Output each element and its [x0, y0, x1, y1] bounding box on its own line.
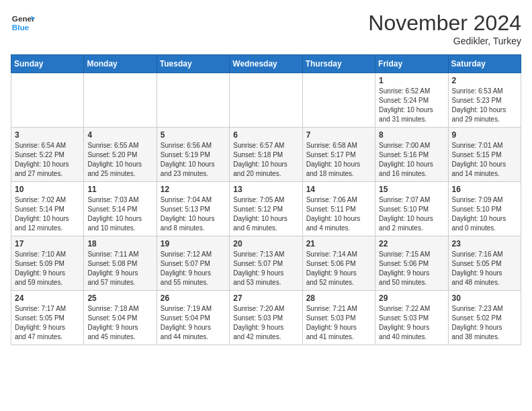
day-info: Sunrise: 7:06 AM Sunset: 5:11 PM Dayligh… — [306, 195, 371, 233]
day-number: 27 — [233, 293, 298, 303]
calendar-cell: 2Sunrise: 6:53 AM Sunset: 5:23 PM Daylig… — [448, 73, 521, 128]
day-number: 13 — [233, 185, 298, 194]
calendar-cell: 22Sunrise: 7:15 AM Sunset: 5:06 PM Dayli… — [375, 236, 448, 291]
day-info: Sunrise: 6:57 AM Sunset: 5:18 PM Dayligh… — [233, 141, 298, 179]
calendar-cell: 26Sunrise: 7:19 AM Sunset: 5:04 PM Dayli… — [157, 291, 229, 345]
logo-icon: General Blue — [11, 11, 35, 35]
calendar-cell: 1Sunrise: 6:52 AM Sunset: 5:24 PM Daylig… — [375, 73, 448, 128]
calendar-cell — [230, 73, 302, 128]
day-number: 3 — [15, 130, 80, 140]
day-info: Sunrise: 6:54 AM Sunset: 5:22 PM Dayligh… — [15, 141, 80, 179]
calendar-cell: 13Sunrise: 7:05 AM Sunset: 5:12 PM Dayli… — [230, 182, 302, 236]
calendar-cell: 18Sunrise: 7:11 AM Sunset: 5:08 PM Dayli… — [84, 236, 157, 291]
weekday-header-thursday: Thursday — [302, 55, 375, 73]
day-number: 20 — [233, 239, 298, 248]
day-number: 15 — [379, 185, 444, 194]
day-info: Sunrise: 7:15 AM Sunset: 5:06 PM Dayligh… — [379, 250, 444, 287]
week-row-5: 24Sunrise: 7:17 AM Sunset: 5:05 PM Dayli… — [11, 291, 521, 345]
day-number: 28 — [306, 293, 371, 303]
calendar-cell: 19Sunrise: 7:12 AM Sunset: 5:07 PM Dayli… — [157, 236, 229, 291]
calendar-cell: 8Sunrise: 7:00 AM Sunset: 5:16 PM Daylig… — [375, 128, 448, 182]
weekday-header-sunday: Sunday — [11, 55, 84, 73]
day-info: Sunrise: 7:22 AM Sunset: 5:03 PM Dayligh… — [379, 304, 444, 342]
day-number: 14 — [306, 185, 371, 194]
day-number: 30 — [452, 293, 517, 303]
weekday-header-row: SundayMondayTuesdayWednesdayThursdayFrid… — [11, 55, 521, 73]
day-number: 19 — [161, 239, 226, 248]
day-number: 10 — [15, 185, 80, 194]
week-row-2: 3Sunrise: 6:54 AM Sunset: 5:22 PM Daylig… — [11, 128, 521, 182]
calendar-cell: 14Sunrise: 7:06 AM Sunset: 5:11 PM Dayli… — [302, 182, 375, 236]
day-number: 12 — [161, 185, 226, 194]
day-info: Sunrise: 7:00 AM Sunset: 5:16 PM Dayligh… — [379, 141, 444, 179]
day-info: Sunrise: 7:11 AM Sunset: 5:08 PM Dayligh… — [87, 250, 152, 287]
day-info: Sunrise: 7:20 AM Sunset: 5:03 PM Dayligh… — [233, 304, 298, 342]
calendar-cell: 6Sunrise: 6:57 AM Sunset: 5:18 PM Daylig… — [230, 128, 302, 182]
day-number: 16 — [452, 185, 517, 194]
day-number: 26 — [161, 293, 226, 303]
day-info: Sunrise: 7:16 AM Sunset: 5:05 PM Dayligh… — [452, 250, 517, 287]
day-info: Sunrise: 7:04 AM Sunset: 5:13 PM Dayligh… — [161, 195, 226, 233]
day-number: 17 — [15, 239, 80, 248]
calendar-cell: 7Sunrise: 6:58 AM Sunset: 5:17 PM Daylig… — [302, 128, 375, 182]
calendar-cell: 23Sunrise: 7:16 AM Sunset: 5:05 PM Dayli… — [448, 236, 521, 291]
day-info: Sunrise: 6:55 AM Sunset: 5:20 PM Dayligh… — [87, 141, 152, 179]
day-number: 7 — [306, 130, 371, 140]
week-row-1: 1Sunrise: 6:52 AM Sunset: 5:24 PM Daylig… — [11, 73, 521, 128]
day-info: Sunrise: 7:14 AM Sunset: 5:06 PM Dayligh… — [306, 250, 371, 287]
day-number: 5 — [161, 130, 226, 140]
day-info: Sunrise: 6:53 AM Sunset: 5:23 PM Dayligh… — [452, 87, 517, 124]
calendar-cell: 21Sunrise: 7:14 AM Sunset: 5:06 PM Dayli… — [302, 236, 375, 291]
calendar-cell: 17Sunrise: 7:10 AM Sunset: 5:09 PM Dayli… — [11, 236, 84, 291]
weekday-header-monday: Monday — [84, 55, 157, 73]
location: Gedikler, Turkey — [368, 36, 521, 46]
calendar-cell: 12Sunrise: 7:04 AM Sunset: 5:13 PM Dayli… — [157, 182, 229, 236]
weekday-header-wednesday: Wednesday — [230, 55, 302, 73]
day-info: Sunrise: 7:18 AM Sunset: 5:04 PM Dayligh… — [87, 304, 152, 342]
day-info: Sunrise: 7:19 AM Sunset: 5:04 PM Dayligh… — [161, 304, 226, 342]
calendar-cell: 25Sunrise: 7:18 AM Sunset: 5:04 PM Dayli… — [84, 291, 157, 345]
week-row-4: 17Sunrise: 7:10 AM Sunset: 5:09 PM Dayli… — [11, 236, 521, 291]
day-number: 22 — [379, 239, 444, 248]
day-info: Sunrise: 7:02 AM Sunset: 5:14 PM Dayligh… — [15, 195, 80, 233]
svg-text:Blue: Blue — [12, 23, 30, 32]
calendar-cell: 4Sunrise: 6:55 AM Sunset: 5:20 PM Daylig… — [84, 128, 157, 182]
day-number: 8 — [379, 130, 444, 140]
month-title: November 2024 — [368, 11, 521, 36]
day-info: Sunrise: 6:56 AM Sunset: 5:19 PM Dayligh… — [161, 141, 226, 179]
day-number: 6 — [233, 130, 298, 140]
day-number: 25 — [87, 293, 152, 303]
title-block: November 2024 Gedikler, Turkey — [368, 11, 521, 46]
day-info: Sunrise: 7:13 AM Sunset: 5:07 PM Dayligh… — [233, 250, 298, 287]
weekday-header-friday: Friday — [375, 55, 448, 73]
day-number: 2 — [452, 76, 517, 85]
calendar: SundayMondayTuesdayWednesdayThursdayFrid… — [11, 54, 521, 345]
day-info: Sunrise: 7:10 AM Sunset: 5:09 PM Dayligh… — [15, 250, 80, 287]
calendar-cell: 24Sunrise: 7:17 AM Sunset: 5:05 PM Dayli… — [11, 291, 84, 345]
calendar-cell: 3Sunrise: 6:54 AM Sunset: 5:22 PM Daylig… — [11, 128, 84, 182]
calendar-cell: 11Sunrise: 7:03 AM Sunset: 5:14 PM Dayli… — [84, 182, 157, 236]
day-number: 23 — [452, 239, 517, 248]
calendar-cell: 28Sunrise: 7:21 AM Sunset: 5:03 PM Dayli… — [302, 291, 375, 345]
calendar-cell: 15Sunrise: 7:07 AM Sunset: 5:10 PM Dayli… — [375, 182, 448, 236]
weekday-header-tuesday: Tuesday — [157, 55, 229, 73]
day-info: Sunrise: 7:21 AM Sunset: 5:03 PM Dayligh… — [306, 304, 371, 342]
calendar-cell — [84, 73, 157, 128]
page-header: General Blue November 2024 Gedikler, Tur… — [11, 11, 521, 46]
calendar-cell: 16Sunrise: 7:09 AM Sunset: 5:10 PM Dayli… — [448, 182, 521, 236]
day-info: Sunrise: 7:23 AM Sunset: 5:02 PM Dayligh… — [452, 304, 517, 342]
day-info: Sunrise: 6:58 AM Sunset: 5:17 PM Dayligh… — [306, 141, 371, 179]
day-info: Sunrise: 7:05 AM Sunset: 5:12 PM Dayligh… — [233, 195, 298, 233]
logo: General Blue — [11, 11, 35, 35]
day-info: Sunrise: 7:07 AM Sunset: 5:10 PM Dayligh… — [379, 195, 444, 233]
day-number: 24 — [15, 293, 80, 303]
calendar-cell: 29Sunrise: 7:22 AM Sunset: 5:03 PM Dayli… — [375, 291, 448, 345]
calendar-cell: 27Sunrise: 7:20 AM Sunset: 5:03 PM Dayli… — [230, 291, 302, 345]
calendar-cell — [11, 73, 84, 128]
day-info: Sunrise: 7:03 AM Sunset: 5:14 PM Dayligh… — [87, 195, 152, 233]
day-number: 18 — [87, 239, 152, 248]
week-row-3: 10Sunrise: 7:02 AM Sunset: 5:14 PM Dayli… — [11, 182, 521, 236]
day-info: Sunrise: 7:01 AM Sunset: 5:15 PM Dayligh… — [452, 141, 517, 179]
day-info: Sunrise: 7:17 AM Sunset: 5:05 PM Dayligh… — [15, 304, 80, 342]
day-number: 1 — [379, 76, 444, 85]
